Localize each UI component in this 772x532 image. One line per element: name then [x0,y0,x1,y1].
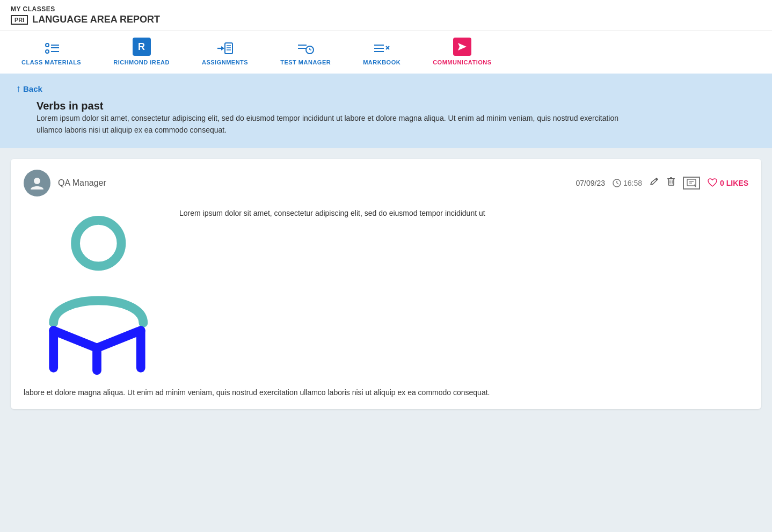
post-time: 16:58 [623,179,642,187]
author-name: QA Manager [58,178,106,188]
svg-marker-21 [458,43,467,50]
edit-icon[interactable] [650,177,659,189]
top-header: MY CLASSES PRI LANGUAGE AREA REPORT [0,0,772,31]
assignments-label: ASSIGNMENTS [202,59,248,65]
markbook-label: MARKBOOK [363,59,400,65]
svg-point-1 [46,50,49,53]
heart-icon [708,178,717,187]
avatar [24,170,50,196]
post-body-text-bottom: labore et dolore magna aliqua. Ut enim a… [24,387,748,398]
nav-item-communications[interactable]: COMMUNICATIONS [417,31,507,74]
back-button[interactable]: ↑ Back [16,83,42,94]
svg-point-22 [34,178,40,184]
person-illustration [24,207,163,379]
post-header: QA Manager 07/09/23 16:58 [24,170,748,196]
nav-item-assignments[interactable]: ASSIGNMENTS [186,34,264,74]
post-image-area [24,207,163,381]
richmond-iread-icon: R [133,38,151,56]
likes-count: 0 LIKES [720,179,748,187]
svg-point-37 [76,220,121,266]
report-title-row: PRI LANGUAGE AREA REPORT [11,14,761,25]
test-manager-icon [297,41,314,56]
markbook-icon [373,41,390,56]
content-area: ↑ Back Verbs in past Lorem ipsum dolor s… [0,74,772,409]
info-bar: ↑ Back Verbs in past Lorem ipsum dolor s… [0,74,772,148]
my-classes-label: MY CLASSES [11,5,761,13]
svg-line-41 [97,330,141,348]
svg-marker-6 [221,46,224,50]
delete-icon[interactable] [667,177,675,189]
svg-rect-28 [668,179,674,185]
back-row: ↑ Back [16,83,756,94]
likes-row[interactable]: 0 LIKES [708,178,748,187]
post-title: Verbs in past [37,100,756,112]
communications-label: COMMUNICATIONS [433,59,491,65]
post-text-area: Lorem ipsum dolor sit amet, consectetur … [179,207,748,219]
reply-icon[interactable] [683,177,700,190]
assignments-icon [216,41,234,56]
post-description: Lorem ipsum dolor sit amet, consectetur … [37,112,627,136]
clock-icon [613,179,621,187]
back-label: Back [23,84,42,93]
post-actions: 0 LIKES [650,177,748,190]
post-time-row: 16:58 [613,179,642,187]
communications-icon [453,38,471,56]
nav-item-test-manager[interactable]: TEST MANAGER [264,34,347,74]
back-arrow-icon: ↑ [16,83,21,94]
navigation-bar: CLASS MATERIALS R RICHMOND iREAD ASSIGNM… [0,31,772,74]
post-card: QA Manager 07/09/23 16:58 [11,159,761,409]
nav-item-markbook[interactable]: MARKBOOK [347,34,417,74]
pri-badge: PRI [11,15,28,25]
svg-line-25 [617,183,618,184]
nav-item-class-materials[interactable]: CLASS MATERIALS [5,34,97,74]
richmond-iread-label: RICHMOND iREAD [113,59,170,65]
post-date: 07/09/23 [576,179,606,187]
svg-rect-7 [225,43,232,54]
class-materials-icon [43,41,60,56]
test-manager-label: TEST MANAGER [280,59,331,65]
class-materials-label: CLASS MATERIALS [21,59,81,65]
report-title: LANGUAGE AREA REPORT [32,14,160,25]
post-body: Lorem ipsum dolor sit amet, consectetur … [24,207,748,381]
svg-line-40 [54,330,97,348]
post-meta: 07/09/23 16:58 [576,177,748,190]
post-author-row: QA Manager [24,170,106,196]
post-body-text-top: Lorem ipsum dolor sit amet, consectetur … [179,207,748,219]
nav-item-richmond-iread[interactable]: R RICHMOND iREAD [97,31,186,74]
svg-point-0 [46,43,49,47]
